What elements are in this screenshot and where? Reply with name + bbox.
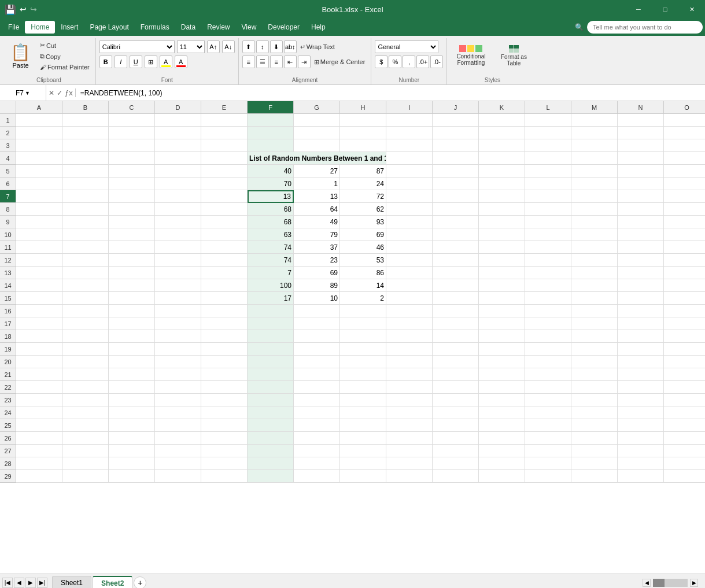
cell-B28[interactable] <box>62 457 109 470</box>
cell-C28[interactable] <box>109 457 155 470</box>
font-size-select[interactable]: 11 <box>177 40 205 53</box>
sheet-tab-prev-button[interactable]: ◀ <box>14 578 24 588</box>
cell-I15[interactable] <box>386 292 433 305</box>
cell-C25[interactable] <box>109 419 155 432</box>
cell-B20[interactable] <box>62 356 109 368</box>
cell-J12[interactable] <box>433 254 479 267</box>
row-num-6[interactable]: 6 <box>0 177 16 190</box>
cell-J19[interactable] <box>433 343 479 356</box>
cell-N15[interactable] <box>618 292 664 305</box>
cell-N8[interactable] <box>618 203 664 216</box>
cut-button[interactable]: ✂ Cut <box>38 40 92 50</box>
cell-C17[interactable] <box>109 317 155 330</box>
cell-G3[interactable] <box>294 139 340 152</box>
cell-E22[interactable] <box>201 381 248 394</box>
cell-K10[interactable] <box>479 228 525 241</box>
cell-F25[interactable] <box>248 419 294 432</box>
cell-H11[interactable]: 46 <box>340 241 386 254</box>
col-header-K[interactable]: K <box>479 101 525 114</box>
number-format-select[interactable]: General <box>375 40 438 53</box>
cell-N29[interactable] <box>618 470 664 483</box>
cell-D24[interactable] <box>155 406 201 419</box>
col-header-I[interactable]: I <box>386 101 433 114</box>
cell-D16[interactable] <box>155 305 201 317</box>
cell-B5[interactable] <box>62 165 109 177</box>
cell-F19[interactable] <box>248 343 294 356</box>
cell-K3[interactable] <box>479 139 525 152</box>
cell-I19[interactable] <box>386 343 433 356</box>
cell-A23[interactable] <box>16 394 62 406</box>
cell-J26[interactable] <box>433 432 479 445</box>
cell-F10[interactable]: 63 <box>248 228 294 241</box>
cell-D18[interactable] <box>155 330 201 343</box>
cell-O25[interactable] <box>664 419 705 432</box>
cell-F29[interactable] <box>248 470 294 483</box>
col-header-C[interactable]: C <box>109 101 155 114</box>
cell-M23[interactable] <box>571 394 618 406</box>
cell-G5[interactable]: 27 <box>294 165 340 177</box>
row-num-2[interactable]: 2 <box>0 127 16 139</box>
row-num-8[interactable]: 8 <box>0 203 16 216</box>
cell-I22[interactable] <box>386 381 433 394</box>
decrease-font-button[interactable]: A↓ <box>222 40 235 53</box>
cell-L22[interactable] <box>525 381 571 394</box>
cell-L6[interactable] <box>525 177 571 190</box>
cell-H13[interactable]: 86 <box>340 267 386 279</box>
copy-button[interactable]: ⧉ Copy <box>38 51 92 61</box>
menu-view[interactable]: View <box>236 21 263 34</box>
cell-B14[interactable] <box>62 279 109 292</box>
cell-E14[interactable] <box>201 279 248 292</box>
cell-H22[interactable] <box>340 381 386 394</box>
row-num-25[interactable]: 25 <box>0 419 16 432</box>
cell-E3[interactable] <box>201 139 248 152</box>
row-num-21[interactable]: 21 <box>0 368 16 381</box>
cell-C18[interactable] <box>109 330 155 343</box>
cell-N17[interactable] <box>618 317 664 330</box>
cell-I3[interactable] <box>386 139 433 152</box>
cell-N26[interactable] <box>618 432 664 445</box>
row-num-9[interactable]: 9 <box>0 216 16 228</box>
cell-B10[interactable] <box>62 228 109 241</box>
cell-F18[interactable] <box>248 330 294 343</box>
cell-H24[interactable] <box>340 406 386 419</box>
cell-K5[interactable] <box>479 165 525 177</box>
scroll-thumb[interactable] <box>653 579 665 587</box>
increase-font-button[interactable]: A↑ <box>207 40 220 53</box>
cell-B22[interactable] <box>62 381 109 394</box>
cell-N12[interactable] <box>618 254 664 267</box>
cell-H9[interactable]: 93 <box>340 216 386 228</box>
menu-home[interactable]: Home <box>25 21 55 34</box>
cell-H2[interactable] <box>340 127 386 139</box>
cell-N22[interactable] <box>618 381 664 394</box>
cell-G2[interactable] <box>294 127 340 139</box>
cell-N27[interactable] <box>618 445 664 457</box>
cell-I12[interactable] <box>386 254 433 267</box>
cell-L10[interactable] <box>525 228 571 241</box>
cell-M8[interactable] <box>571 203 618 216</box>
cell-E1[interactable] <box>201 114 248 127</box>
cell-I16[interactable] <box>386 305 433 317</box>
cell-D27[interactable] <box>155 445 201 457</box>
cell-M4[interactable] <box>571 152 618 165</box>
cell-L25[interactable] <box>525 419 571 432</box>
cell-M9[interactable] <box>571 216 618 228</box>
cell-H1[interactable] <box>340 114 386 127</box>
cell-E5[interactable] <box>201 165 248 177</box>
cell-O15[interactable] <box>664 292 705 305</box>
cell-A7[interactable] <box>16 190 62 203</box>
cell-I4[interactable] <box>386 152 433 165</box>
cell-O27[interactable] <box>664 445 705 457</box>
cell-J29[interactable] <box>433 470 479 483</box>
cell-K25[interactable] <box>479 419 525 432</box>
cell-C23[interactable] <box>109 394 155 406</box>
cell-G1[interactable] <box>294 114 340 127</box>
cell-C20[interactable] <box>109 356 155 368</box>
cell-D20[interactable] <box>155 356 201 368</box>
cell-D14[interactable] <box>155 279 201 292</box>
cell-K15[interactable] <box>479 292 525 305</box>
cell-C1[interactable] <box>109 114 155 127</box>
cell-A24[interactable] <box>16 406 62 419</box>
cell-C3[interactable] <box>109 139 155 152</box>
cell-G13[interactable]: 69 <box>294 267 340 279</box>
cell-I17[interactable] <box>386 317 433 330</box>
